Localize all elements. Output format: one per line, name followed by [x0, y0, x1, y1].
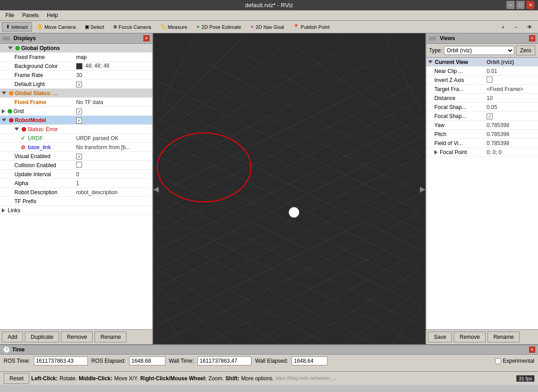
- global-status-label: Global Status: ...: [15, 90, 58, 96]
- focal-point-row[interactable]: Focal Point 0; 0; 0: [426, 148, 538, 157]
- save-view-button[interactable]: Save: [428, 332, 452, 342]
- publish-point-button[interactable]: 📍 Publish Point: [289, 22, 333, 32]
- experimental-checkbox[interactable]: [495, 358, 501, 364]
- svg-point-39: [289, 207, 299, 218]
- fixed-frame-row[interactable]: Fixed Frame map: [0, 53, 152, 62]
- measure-button[interactable]: 📏 Measure: [156, 22, 191, 32]
- nav-goal-button[interactable]: ➤ 2D Nav Goal: [246, 22, 288, 32]
- collision-enabled-checkbox[interactable]: [76, 162, 82, 168]
- viewport-arrow-right[interactable]: ▶: [420, 185, 425, 193]
- right-click-desc: Zoom.: [209, 375, 224, 382]
- focal-shape-checkbox[interactable]: ✓: [487, 114, 492, 119]
- distance-value: 10: [485, 95, 538, 101]
- near-clip-row[interactable]: Near Clip ... 0.01: [426, 67, 538, 76]
- focal-point-expand[interactable]: [434, 150, 438, 155]
- left-click-text: Left-Click:: [31, 375, 58, 382]
- frame-rate-row[interactable]: Frame Rate 30: [0, 71, 152, 80]
- minimize-button[interactable]: ─: [506, 1, 515, 9]
- target-frame-row[interactable]: Target Fra... <Fixed Frame>: [426, 85, 538, 94]
- near-clip-value: 0.01: [485, 68, 538, 74]
- interact-button[interactable]: ⬆ Interact: [2, 22, 32, 32]
- focal-shape-check-value: ✓: [485, 113, 538, 119]
- close-button[interactable]: ✕: [526, 1, 534, 9]
- background-color-value[interactable]: 48; 48; 48: [74, 63, 152, 69]
- toolbar-eye-button[interactable]: 👁: [523, 23, 536, 32]
- invert-z-axis-row[interactable]: Invert Z Axis: [426, 76, 538, 85]
- ros-elapsed-input[interactable]: [129, 356, 165, 365]
- background-color-row[interactable]: Background Color 48; 48; 48: [0, 62, 152, 71]
- duplicate-display-button[interactable]: Duplicate: [25, 332, 59, 342]
- views-type-select[interactable]: Orbit (rviz): [444, 46, 514, 55]
- viewport[interactable]: ◀ ▶: [153, 33, 425, 344]
- distance-row[interactable]: Distance 10: [426, 94, 538, 103]
- alpha-row[interactable]: Alpha 1: [0, 179, 152, 188]
- global-options-row[interactable]: Global Options: [0, 44, 152, 53]
- tf-prefix-row[interactable]: TF Prefix: [0, 197, 152, 206]
- current-view-expand[interactable]: [428, 60, 433, 64]
- current-view-header[interactable]: Current View Orbit (rviz): [426, 58, 538, 67]
- menu-file[interactable]: File: [2, 11, 18, 19]
- update-interval-row[interactable]: Update Interval 0: [0, 170, 152, 179]
- global-options-expand[interactable]: [8, 46, 13, 50]
- views-type-row: Type: Orbit (rviz) Zero: [426, 44, 538, 58]
- global-status-expand[interactable]: [2, 91, 6, 95]
- background-color-swatch[interactable]: [76, 63, 82, 69]
- displays-footer: Add Duplicate Remove Rename: [0, 329, 152, 344]
- global-status-fixed-frame-value: No TF data: [74, 99, 152, 105]
- add-display-button[interactable]: Add: [2, 332, 23, 342]
- maximize-button[interactable]: □: [516, 1, 524, 9]
- robot-model-checkbox[interactable]: ✓: [76, 118, 82, 123]
- collision-enabled-row[interactable]: Collision Enabled: [0, 161, 152, 170]
- default-light-row[interactable]: Default Light ✓: [0, 80, 152, 89]
- move-camera-button[interactable]: ✋ Move Camera: [33, 22, 80, 32]
- background-color-text: 48; 48; 48: [85, 63, 109, 69]
- ros-time-input[interactable]: [34, 356, 88, 365]
- remove-display-button[interactable]: Remove: [61, 332, 93, 342]
- status-error-row[interactable]: Status: Error: [0, 125, 152, 134]
- pose-estimate-icon: ➤: [196, 24, 200, 30]
- status-error-icon: [22, 127, 26, 132]
- viewport-arrow-left[interactable]: ◀: [153, 185, 159, 193]
- toolbar-minus-button[interactable]: −: [511, 23, 521, 32]
- fixed-frame-value[interactable]: map: [74, 54, 152, 60]
- grid-row[interactable]: Grid ✓: [0, 107, 152, 116]
- focal-shape-check-row[interactable]: Focal Shap... ✓: [426, 112, 538, 121]
- select-button[interactable]: ▣ Select: [81, 22, 109, 32]
- time-close-button[interactable]: ✕: [529, 346, 535, 353]
- focal-point-value: 0; 0; 0: [485, 149, 538, 155]
- views-zero-button[interactable]: Zero: [516, 46, 535, 55]
- invert-z-axis-checkbox[interactable]: [487, 77, 492, 82]
- pitch-row[interactable]: Pitch 0.785398: [426, 130, 538, 139]
- pose-estimate-button[interactable]: ➤ 2D Pose Estimate: [192, 22, 245, 32]
- robot-description-value: robot_description: [74, 189, 152, 196]
- robot-model-row[interactable]: RobotModel ✓: [0, 116, 152, 125]
- wall-time-input[interactable]: [197, 356, 251, 365]
- toolbar-plus-button[interactable]: +: [497, 23, 508, 32]
- grid-checkbox[interactable]: ✓: [76, 109, 82, 114]
- links-expand[interactable]: [2, 208, 5, 213]
- displays-close-button[interactable]: ✕: [143, 35, 150, 41]
- default-light-checkbox[interactable]: ✓: [76, 82, 82, 87]
- status-error-expand[interactable]: [14, 128, 19, 131]
- robot-description-row[interactable]: Robot Description robot_description: [0, 188, 152, 197]
- visual-enabled-row[interactable]: Visual Enabled ✓: [0, 152, 152, 161]
- reset-button[interactable]: Reset: [4, 373, 29, 384]
- rename-display-button[interactable]: Rename: [95, 332, 127, 342]
- grid-expand[interactable]: [2, 109, 5, 114]
- views-close-button[interactable]: ✕: [529, 35, 535, 41]
- yaw-row[interactable]: Yaw 0.785398: [426, 121, 538, 130]
- fov-row[interactable]: Field of Vi... 0.785398: [426, 139, 538, 148]
- focal-shape-size-row[interactable]: Focal Shap... 0.05: [426, 103, 538, 112]
- views-content: Current View Orbit (rviz) Near Clip ... …: [426, 58, 538, 329]
- rename-view-button[interactable]: Rename: [488, 332, 520, 342]
- visual-enabled-checkbox[interactable]: ✓: [76, 154, 82, 160]
- remove-view-button[interactable]: Remove: [454, 332, 486, 342]
- menu-panels[interactable]: Panels: [18, 11, 42, 19]
- menu-help[interactable]: Help: [43, 11, 62, 19]
- wall-elapsed-input[interactable]: [292, 356, 328, 365]
- focus-camera-button[interactable]: ⊕ Focus Camera: [109, 22, 155, 32]
- links-row[interactable]: Links: [0, 206, 152, 215]
- robot-model-expand[interactable]: [2, 119, 6, 122]
- global-status-fixed-frame-row[interactable]: Fixed Frame No TF data: [0, 98, 152, 107]
- global-status-row[interactable]: Global Status: ...: [0, 89, 152, 98]
